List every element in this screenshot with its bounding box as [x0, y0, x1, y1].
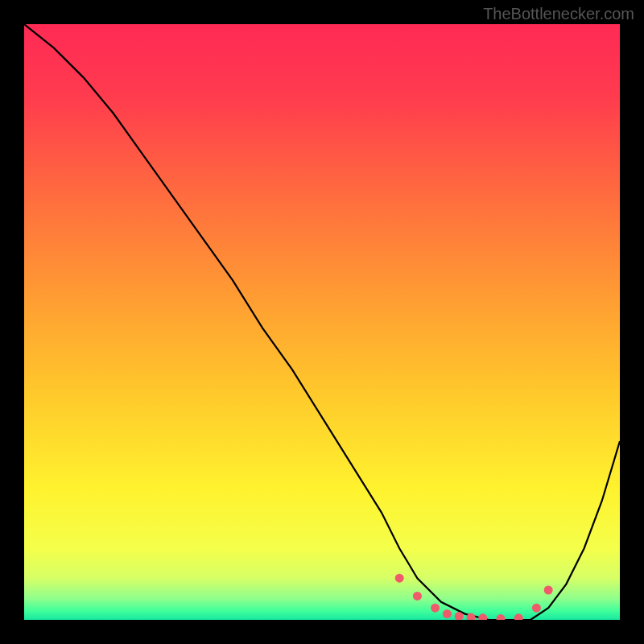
marker-dot: [431, 604, 440, 613]
marker-dot: [413, 592, 422, 601]
bottleneck-curve: [24, 24, 620, 620]
watermark-text: TheBottlenecker.com: [483, 5, 634, 23]
marker-dot: [395, 574, 404, 583]
chart-svg: [24, 24, 620, 620]
plot-area: [24, 24, 620, 620]
marker-dot: [478, 613, 487, 620]
marker-dot: [544, 586, 553, 595]
marker-dot: [497, 614, 506, 620]
marker-dot: [532, 604, 541, 613]
marker-dot: [514, 613, 523, 620]
marker-dot: [443, 609, 452, 618]
